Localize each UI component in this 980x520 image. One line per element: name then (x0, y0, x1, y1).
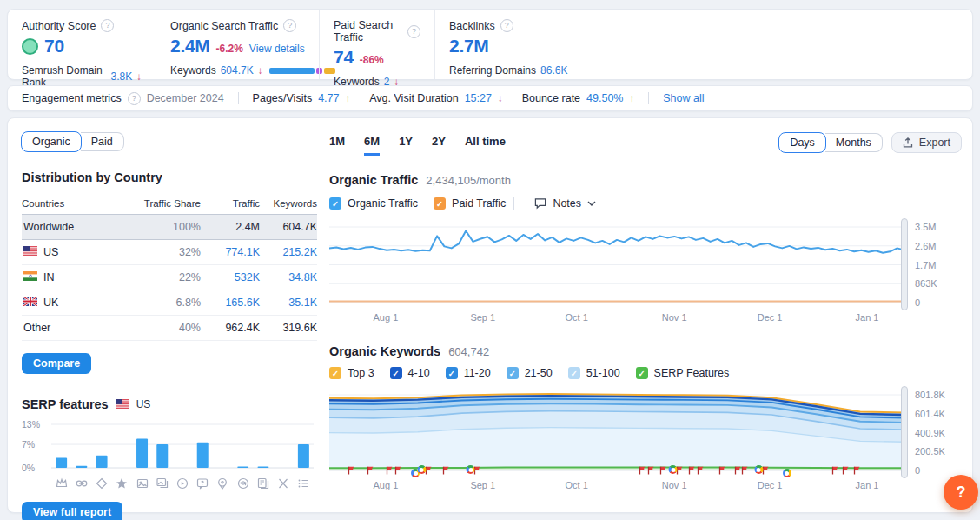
range-tab-2y[interactable]: 2Y (432, 135, 446, 156)
x-axis-tick: Aug 1 (374, 480, 399, 490)
checkbox-icon (329, 197, 341, 210)
traffic-value[interactable]: 165.6K (201, 297, 260, 309)
paid-search-traffic-metric: Paid Search Traffic 74 -86% Keywords 2 ↓ (319, 10, 434, 79)
checkbox-icon (568, 367, 580, 379)
checkbox-icon (446, 367, 458, 379)
trend-up-icon: ↑ (629, 93, 634, 103)
legend-organic-traffic[interactable]: Organic Traffic (329, 197, 418, 210)
info-icon[interactable] (500, 19, 513, 32)
charts-panel: 1M6M1Y2YAll time DaysMonths Export Organ… (329, 132, 962, 493)
toggle-paid[interactable]: Paid (81, 132, 124, 151)
checkbox-icon (636, 367, 648, 379)
serp-link-icon[interactable] (71, 477, 91, 490)
serp-plot (51, 421, 314, 475)
country-label: Other (23, 322, 50, 334)
keywords-value: 319.6K (260, 322, 317, 334)
legend-51-100[interactable]: 51-100 (568, 367, 620, 379)
organic-keywords-count: 604,742 (448, 345, 489, 358)
legend-label: 4-10 (408, 367, 430, 379)
traffic-share-value: 100% (161, 221, 201, 233)
serp-image-pack-icon[interactable] (152, 477, 172, 490)
range-tab-6m[interactable]: 6M (364, 135, 380, 156)
serp-image-icon[interactable] (132, 477, 152, 490)
bounce-rate-value: 49.50% (586, 92, 623, 104)
view-details-link[interactable]: View details (249, 43, 305, 55)
country-label: UK (43, 297, 58, 309)
range-tab-1y[interactable]: 1Y (399, 135, 413, 156)
x-axis-tick: Dec 1 (758, 480, 783, 490)
legend-label: Organic Traffic (348, 197, 418, 210)
notes-label: Notes (553, 197, 581, 210)
y-axis-tick: 3.5M (915, 222, 936, 232)
keywords-value[interactable]: 215.2K (260, 246, 317, 258)
view-full-report-button[interactable]: View full report (22, 502, 122, 520)
legend-11-20[interactable]: 11-20 (446, 367, 491, 379)
paid-traffic-change: -86% (360, 54, 384, 66)
legend-paid-traffic[interactable]: Paid Traffic (434, 197, 506, 210)
country-row-in[interactable]: IN22%532K34.8K (22, 265, 317, 290)
country-row-worldwide[interactable]: Worldwide100%2.4M604.7K (22, 215, 317, 240)
country-row-other[interactable]: Other40%962.4K319.6K (22, 316, 317, 341)
keywords-value[interactable]: 34.8K (260, 271, 317, 283)
traffic-legend: Organic TrafficPaid Traffic (329, 197, 506, 210)
range-tab-1m[interactable]: 1M (329, 135, 345, 156)
help-button[interactable]: ? (944, 475, 978, 510)
country-row-us[interactable]: US32%774.1K215.2K (22, 240, 317, 265)
toggle-organic[interactable]: Organic (21, 131, 82, 152)
main-report-card: OrganicPaid Distribution by Country Coun… (7, 117, 973, 513)
engagement-label: Engagement metrics (22, 92, 122, 104)
serp-star-icon[interactable] (112, 477, 132, 490)
show-all-link[interactable]: Show all (663, 92, 704, 104)
domain-rank-value[interactable]: 3.8K (111, 70, 133, 83)
legend-label: Top 3 (348, 367, 374, 379)
divider (513, 197, 514, 210)
keywords-value[interactable]: 35.1K (260, 297, 317, 309)
serp-twitter-icon[interactable] (274, 477, 294, 490)
y-axis-tick: 13% (22, 419, 40, 430)
x-axis-tick: Sep 1 (470, 480, 495, 490)
trend-down-icon: ↓ (136, 71, 142, 82)
referring-domains-count[interactable]: 86.6K (540, 64, 567, 77)
authority-score-value: 70 (44, 36, 64, 57)
info-icon[interactable] (283, 19, 296, 32)
us-flag-icon (116, 397, 129, 412)
traffic-share-value: 6.8% (161, 297, 201, 309)
legend-top-3[interactable]: Top 3 (329, 367, 374, 379)
serp-faq-icon[interactable] (193, 477, 213, 490)
compare-button[interactable]: Compare (22, 353, 91, 374)
range-tab-all-time[interactable]: All time (465, 135, 506, 156)
legend-4-10[interactable]: 4-10 (390, 367, 430, 379)
granularity-toggle: DaysMonths (779, 133, 882, 152)
backlinks-label: Backlinks (449, 20, 495, 32)
legend-21-50[interactable]: 21-50 (507, 367, 553, 379)
serp-diamond-icon[interactable] (91, 477, 111, 490)
serp-local-icon[interactable] (213, 477, 233, 490)
organic-paid-toggle: OrganicPaid (22, 132, 124, 151)
export-button[interactable]: Export (891, 132, 962, 153)
country-name: IN (22, 271, 109, 283)
info-icon[interactable] (407, 25, 420, 38)
traffic-value[interactable]: 532K (201, 271, 260, 283)
traffic-value[interactable]: 774.1K (201, 246, 260, 258)
granularity-months[interactable]: Months (825, 133, 883, 152)
serp-news-icon[interactable] (253, 477, 273, 490)
country-name: Other (22, 322, 109, 334)
keywords-count[interactable]: 604.7K (221, 64, 254, 77)
legend-serp-features[interactable]: SERP Features (636, 367, 730, 379)
serp-video-icon[interactable] (172, 477, 192, 490)
country-row-uk[interactable]: UK6.8%165.6K35.1K (22, 290, 317, 316)
x-axis-tick: Sep 1 (470, 312, 495, 323)
country-table: CountriesTraffic ShareTrafficKeywordsWor… (22, 191, 317, 341)
serp-crown-icon[interactable] (51, 477, 71, 490)
info-icon[interactable] (101, 19, 114, 32)
pages-visits-label: Pages/Visits (253, 92, 313, 104)
keywords-x-axis: Aug 1Sep 1Oct 1Nov 1Dec 1Jan 1 (329, 479, 904, 493)
notes-dropdown[interactable]: Notes (534, 197, 596, 210)
x-axis-tick: Dec 1 (758, 312, 783, 323)
authority-score-dot (22, 38, 38, 55)
info-icon[interactable] (128, 92, 141, 105)
serp-list-icon[interactable] (294, 477, 314, 490)
traffic-share-value: 22% (161, 271, 201, 283)
granularity-days[interactable]: Days (778, 132, 825, 153)
serp-knowledge-icon[interactable] (233, 477, 253, 490)
